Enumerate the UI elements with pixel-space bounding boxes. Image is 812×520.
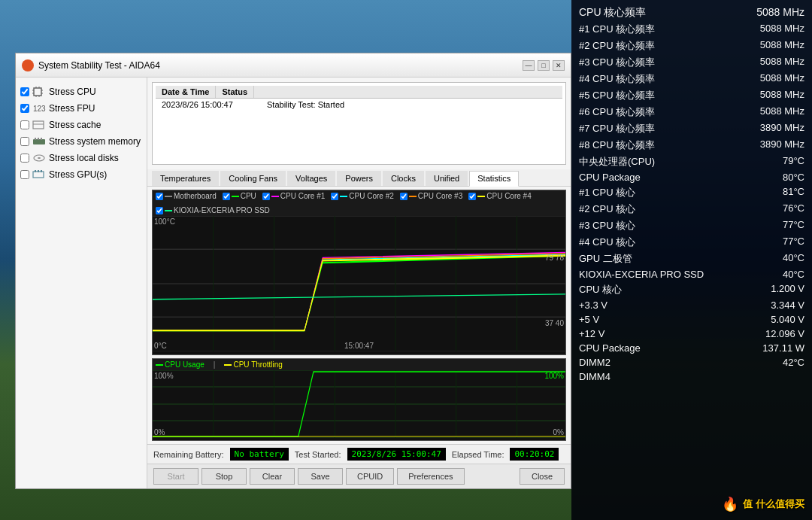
legend-motherboard-dot	[165, 196, 172, 197]
watermark: 🔥 值 什么值得买	[722, 496, 804, 512]
window-body: Stress CPU 123 Stress FPU Stress cache S…	[16, 78, 571, 488]
legend-cpu-core1-dot	[271, 196, 279, 197]
legend-cpu-core4-checkbox[interactable]	[468, 193, 476, 200]
right-panel-label: GPU 二极管	[579, 252, 632, 266]
memory-icon	[32, 136, 46, 147]
test-started-label: Test Started:	[295, 450, 341, 459]
right-panel-label: +12 V	[579, 328, 604, 339]
right-panel-row: #2 CPU 核心频率5088 MHz	[579, 38, 804, 54]
chart1-x-label: 15:00:47	[344, 342, 374, 350]
svg-rect-12	[33, 139, 45, 144]
sidebar-item-stress-memory[interactable]: Stress system memory	[19, 133, 144, 150]
legend-cpu-core3[interactable]: CPU Core #3	[400, 192, 462, 200]
cpuid-button[interactable]: CPUID	[346, 468, 394, 485]
tab-voltages[interactable]: Voltages	[287, 171, 335, 186]
status-bar: Remaining Battery: No battery Test Start…	[147, 444, 571, 464]
minimize-button[interactable]: —	[523, 60, 535, 71]
preferences-button[interactable]: Preferences	[397, 468, 464, 485]
right-panel-value: 3.344 V	[771, 300, 804, 311]
tab-statistics[interactable]: Statistics	[469, 171, 519, 187]
right-panel-value: 81°C	[783, 186, 804, 199]
log-status: Stability Test: Started	[261, 99, 562, 110]
app-icon	[22, 59, 34, 71]
legend-cpu-core2-checkbox[interactable]	[331, 193, 338, 200]
cache-icon	[32, 120, 46, 130]
stop-button[interactable]: Stop	[201, 468, 247, 485]
right-panel-row: +12 V12.096 V	[579, 327, 804, 341]
stress-gpu-label: Stress GPU(s)	[49, 169, 107, 180]
right-panel-row: CPU Package80°C	[579, 170, 804, 184]
window-title: System Stability Test - AIDA64	[38, 60, 160, 71]
tab-temperatures[interactable]: Temperatures	[152, 171, 219, 186]
sidebar-item-stress-disks[interactable]: Stress local disks	[19, 150, 144, 166]
right-panel-row: #2 CPU 核心76°C	[579, 201, 804, 217]
svg-rect-0	[34, 88, 41, 96]
right-panel-label: DIMM2	[579, 357, 611, 368]
sidebar-item-stress-gpu[interactable]: Stress GPU(s)	[19, 166, 144, 183]
legend-cpu[interactable]: CPU	[223, 192, 256, 200]
chart2-y-max: 100%	[154, 372, 174, 380]
right-panel-row: #4 CPU 核心频率5088 MHz	[579, 71, 804, 87]
close-window-button[interactable]: ✕	[553, 60, 565, 71]
svg-text:123: 123	[33, 105, 46, 113]
right-panel-label: KIOXIA-EXCERIA PRO SSD	[579, 269, 704, 280]
legend-cpu-label: CPU	[241, 192, 256, 200]
maximize-button[interactable]: □	[538, 60, 550, 71]
sidebar-item-stress-cpu[interactable]: Stress CPU	[19, 84, 144, 100]
tab-cooling-fans[interactable]: Cooling Fans	[220, 171, 286, 186]
start-button[interactable]: Start	[153, 468, 198, 485]
temperature-chart-canvas: 100°C 0°C 79 78 37 40 15:00:47	[153, 216, 565, 351]
log-datetime: 2023/8/26 15:00:47	[156, 99, 261, 110]
stress-disks-checkbox[interactable]	[20, 154, 29, 163]
title-bar-controls: — □ ✕	[523, 60, 565, 71]
right-panel-row: #5 CPU 核心频率5088 MHz	[579, 87, 804, 104]
svg-rect-19	[35, 170, 36, 172]
sidebar-item-stress-fpu[interactable]: 123 Stress FPU	[19, 100, 144, 117]
temperature-chart-svg	[153, 216, 565, 351]
legend-cpu-usage: CPU Usage	[156, 360, 205, 369]
right-panel-value: 5088 MHz	[760, 72, 804, 86]
right-panel-label: #1 CPU 核心	[579, 186, 635, 199]
stress-gpu-checkbox[interactable]	[20, 170, 29, 179]
legend-cpu-core1-checkbox[interactable]	[262, 193, 270, 200]
close-button[interactable]: Close	[520, 468, 565, 485]
legend-ssd-checkbox[interactable]	[156, 207, 163, 214]
tab-unified[interactable]: Unified	[426, 171, 468, 186]
right-panel-label: #8 CPU 核心频率	[579, 138, 655, 152]
stress-cache-checkbox[interactable]	[20, 120, 29, 129]
legend-motherboard[interactable]: Motherboard	[156, 192, 217, 200]
legend-cpu-core4-dot	[477, 196, 485, 197]
legend-cpu-core2[interactable]: CPU Core #2	[331, 192, 393, 200]
tab-clocks[interactable]: Clocks	[383, 171, 424, 186]
stress-memory-checkbox[interactable]	[20, 137, 29, 146]
legend-ssd[interactable]: KIOXIA-EXCERIA PRO SSD	[156, 206, 270, 214]
stress-fpu-checkbox[interactable]	[20, 104, 29, 113]
legend-cpu-checkbox[interactable]	[223, 193, 230, 200]
chart1-y-max: 100°C	[154, 217, 175, 226]
right-panel-label: #1 CPU 核心频率	[579, 23, 655, 36]
right-panel-row: DIMM4	[579, 369, 804, 384]
legend-cpu-core4[interactable]: CPU Core #4	[468, 192, 531, 200]
clear-button[interactable]: Clear	[250, 468, 295, 485]
sidebar-item-stress-cache[interactable]: Stress cache	[19, 117, 144, 133]
save-button[interactable]: Save	[298, 468, 343, 485]
right-panel-label: #5 CPU 核心频率	[579, 89, 655, 102]
stress-cpu-checkbox[interactable]	[20, 87, 29, 96]
log-area: Date & Time Status 2023/8/26 15:00:47 St…	[152, 82, 566, 165]
legend-cpu-throttling-dot	[224, 364, 232, 366]
legend-cpu-core2-label: CPU Core #2	[349, 192, 393, 200]
charts-container: Motherboard CPU CPU Core #1	[147, 187, 571, 444]
right-panel-row: #3 CPU 核心频率5088 MHz	[579, 54, 804, 71]
legend-cpu-core3-checkbox[interactable]	[400, 193, 408, 200]
cpu-icon	[32, 87, 46, 97]
log-header-status: Status	[216, 86, 254, 98]
legend-cpu-usage-label: CPU Usage	[165, 360, 205, 369]
tab-powers[interactable]: Powers	[337, 171, 381, 186]
legend-cpu-core1[interactable]: CPU Core #1	[262, 192, 325, 200]
right-panel-label: +5 V	[579, 314, 599, 325]
chart1-value-79-78: 79 78	[545, 254, 564, 262]
right-panel-value: 3890 MHz	[760, 122, 804, 135]
legend-cpu-core4-label: CPU Core #4	[486, 192, 531, 200]
legend-motherboard-checkbox[interactable]	[156, 193, 163, 200]
right-panel-row: #1 CPU 核心81°C	[579, 184, 804, 201]
